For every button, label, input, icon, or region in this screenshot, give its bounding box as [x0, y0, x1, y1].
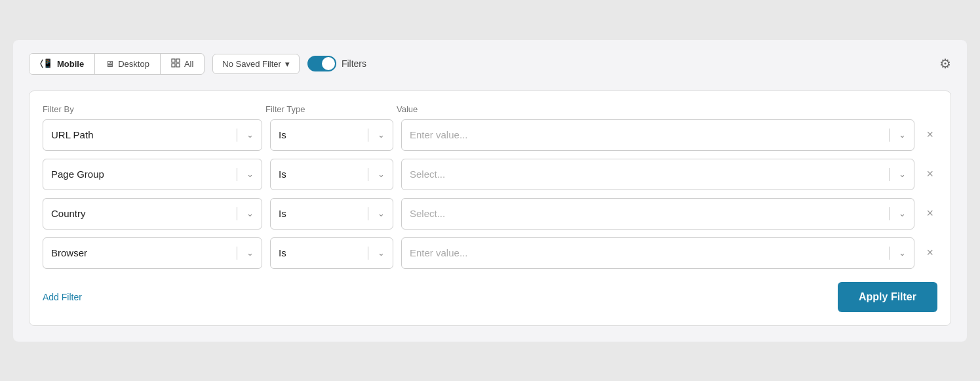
filter-value-placeholder-3: Enter value... [410, 247, 467, 258]
gear-icon: ⚙ [939, 56, 951, 71]
filter-type-header: Filter Type [265, 104, 397, 114]
apply-filter-button[interactable]: Apply Filter [838, 282, 937, 312]
close-icon: × [926, 167, 933, 181]
filter-type-select-0[interactable]: Is ⌄ [270, 119, 393, 151]
mobile-icon: 〈📱 [40, 58, 53, 69]
remove-filter-button-0[interactable]: × [922, 125, 937, 144]
chevron-down-icon: ⌄ [246, 248, 254, 258]
filter-headers: Filter By Filter Type Value [43, 104, 937, 114]
filters-toggle-area: Filters [307, 56, 366, 71]
filter-by-value-3: Browser [51, 247, 87, 258]
filter-value-select-3[interactable]: Enter value... ⌄ [401, 237, 914, 269]
close-icon: × [926, 246, 933, 260]
all-button[interactable]: All [161, 54, 204, 74]
chevron-down-icon: ⌄ [246, 130, 254, 140]
chevron-down-icon: ⌄ [246, 209, 254, 218]
chevron-down-icon: ⌄ [246, 169, 254, 179]
filter-by-header: Filter By [43, 104, 265, 114]
filter-value-header: Value [397, 104, 937, 114]
filter-rows-container: URL Path ⌄ Is ⌄ Enter value... ⌄ [43, 119, 937, 269]
chevron-down-icon: ⌄ [378, 248, 385, 258]
filter-footer: Add Filter Apply Filter [43, 282, 937, 312]
divider-icon [889, 129, 890, 142]
filter-value-placeholder-0: Enter value... [410, 129, 467, 140]
filter-type-value-1: Is [279, 169, 286, 180]
svg-rect-1 [176, 59, 180, 62]
chevron-down-icon: ⌄ [378, 130, 385, 140]
filter-by-value-2: Country [51, 208, 86, 219]
filter-by-select-2[interactable]: Country ⌄ [43, 198, 262, 230]
desktop-icon: 🖥 [106, 59, 114, 69]
device-toggle-group: 〈📱 Mobile 🖥 Desktop All [29, 53, 205, 75]
filter-by-select-0[interactable]: URL Path ⌄ [43, 119, 262, 151]
divider-icon [237, 207, 237, 220]
chevron-down-icon: ⌄ [899, 169, 906, 179]
filter-row: Country ⌄ Is ⌄ Select... ⌄ [43, 198, 937, 230]
divider-icon [889, 207, 890, 220]
remove-filter-button-2[interactable]: × [922, 204, 937, 223]
desktop-label: Desktop [118, 59, 149, 69]
add-filter-button[interactable]: Add Filter [43, 292, 82, 302]
filter-type-select-3[interactable]: Is ⌄ [270, 237, 393, 269]
filter-by-value-1: Page Group [51, 169, 104, 180]
mobile-label: Mobile [57, 59, 84, 69]
divider-icon [368, 168, 368, 181]
divider-icon [889, 247, 890, 260]
divider-icon [237, 247, 237, 260]
filter-area: Filter By Filter Type Value URL Path ⌄ I… [29, 90, 951, 326]
filter-type-value-3: Is [279, 247, 286, 258]
filter-type-value-0: Is [279, 129, 286, 140]
chevron-down-icon: ⌄ [899, 130, 906, 140]
remove-filter-button-1[interactable]: × [922, 165, 937, 184]
settings-gear-button[interactable]: ⚙ [939, 56, 951, 71]
chevron-down-icon: ⌄ [899, 209, 906, 218]
toggle-knob [322, 57, 335, 70]
saved-filter-label: No Saved Filter [222, 59, 281, 69]
svg-rect-0 [172, 59, 175, 62]
filter-value-select-1[interactable]: Select... ⌄ [401, 159, 914, 190]
svg-rect-2 [172, 64, 175, 67]
desktop-button[interactable]: 🖥 Desktop [95, 54, 161, 74]
divider-icon [368, 247, 368, 260]
filter-by-select-1[interactable]: Page Group ⌄ [43, 159, 262, 190]
saved-filter-chevron-icon: ▾ [285, 59, 290, 69]
filter-value-select-0[interactable]: Enter value... ⌄ [401, 119, 914, 151]
chevron-down-icon: ⌄ [899, 248, 906, 258]
filter-row: Browser ⌄ Is ⌄ Enter value... ⌄ [43, 237, 937, 269]
filters-label: Filters [342, 58, 366, 69]
filter-value-placeholder-1: Select... [410, 169, 445, 180]
saved-filter-button[interactable]: No Saved Filter ▾ [212, 54, 300, 74]
filter-row: URL Path ⌄ Is ⌄ Enter value... ⌄ [43, 119, 937, 151]
mobile-button[interactable]: 〈📱 Mobile [29, 54, 95, 74]
svg-rect-3 [176, 64, 180, 67]
chevron-down-icon: ⌄ [378, 209, 385, 218]
remove-filter-button-3[interactable]: × [922, 243, 937, 262]
filter-by-value-0: URL Path [51, 129, 93, 140]
main-container: 〈📱 Mobile 🖥 Desktop All [13, 40, 967, 342]
close-icon: × [926, 207, 933, 220]
toolbar: 〈📱 Mobile 🖥 Desktop All [29, 53, 951, 75]
filters-toggle-switch[interactable] [307, 56, 336, 71]
divider-icon [889, 168, 890, 181]
divider-icon [368, 207, 368, 220]
divider-icon [237, 129, 237, 142]
filter-type-select-2[interactable]: Is ⌄ [270, 198, 393, 230]
divider-icon [368, 129, 368, 142]
filter-row: Page Group ⌄ Is ⌄ Select... ⌄ [43, 159, 937, 190]
filter-type-select-1[interactable]: Is ⌄ [270, 159, 393, 190]
divider-icon [237, 168, 237, 181]
all-label: All [184, 59, 193, 69]
chevron-down-icon: ⌄ [378, 169, 385, 179]
filter-by-select-3[interactable]: Browser ⌄ [43, 237, 262, 269]
all-icon [171, 58, 180, 70]
filter-value-placeholder-2: Select... [410, 208, 445, 219]
filter-value-select-2[interactable]: Select... ⌄ [401, 198, 914, 230]
close-icon: × [926, 128, 933, 142]
filter-type-value-2: Is [279, 208, 286, 219]
